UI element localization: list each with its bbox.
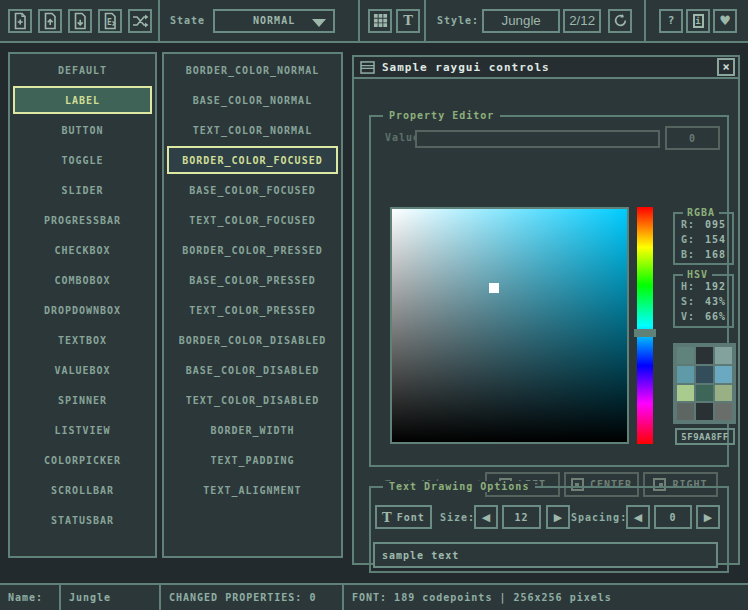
control-list-item[interactable]: SPINNER [13, 386, 152, 414]
toolbar: E State NORMAL T Style: Jungle 2/12 [0, 0, 748, 43]
property-list-item[interactable]: TEXT_COLOR_DISABLED [167, 386, 338, 414]
new-file-button[interactable] [8, 9, 32, 33]
control-list-item[interactable]: VALUEBOX [13, 356, 152, 384]
random-style-button[interactable] [128, 9, 152, 33]
hex-color-value: 5F9AA8FF [681, 432, 728, 442]
style-table-button[interactable] [368, 9, 392, 33]
color-cursor[interactable] [489, 283, 499, 293]
property-list-item[interactable]: BASE_COLOR_DISABLED [167, 356, 338, 384]
control-list-item[interactable]: CHECKBOX [13, 236, 152, 264]
property-list-item[interactable]: BASE_COLOR_PRESSED [167, 266, 338, 294]
control-list-item[interactable]: LABEL [13, 86, 152, 114]
control-list-item[interactable]: COLORPICKER [13, 446, 152, 474]
size-value-box[interactable]: 12 [502, 505, 541, 529]
close-button[interactable]: × [717, 58, 735, 76]
export-file-button[interactable]: E [98, 9, 122, 33]
control-list-item[interactable]: DROPDOWNBOX [13, 296, 152, 324]
property-list-item[interactable]: TEXT_ALIGNMENT [167, 476, 338, 504]
color-swatch[interactable] [715, 403, 732, 420]
property-list-item[interactable]: BORDER_COLOR_PRESSED [167, 236, 338, 264]
control-list-item[interactable]: COMBOBOX [13, 266, 152, 294]
spacing-decrease-button[interactable]: ◀ [626, 505, 650, 529]
color-swatch[interactable] [677, 385, 694, 402]
state-label: State [170, 15, 205, 26]
value-apply-button[interactable]: 0 [665, 126, 720, 150]
font-button[interactable]: T Font [375, 505, 432, 529]
property-list-item[interactable]: TEXT_COLOR_NORMAL [167, 116, 338, 144]
properties-panel: BORDER_COLOR_NORMALBASE_COLOR_NORMALTEXT… [162, 52, 343, 558]
spacing-increase-button[interactable]: ▶ [696, 505, 720, 529]
color-swatch[interactable] [696, 403, 713, 420]
control-list-item[interactable]: BUTTON [13, 116, 152, 144]
property-list-item[interactable]: BASE_COLOR_NORMAL [167, 86, 338, 114]
control-list-item[interactable]: DEFAULT [13, 56, 152, 84]
property-list-item[interactable]: BORDER_COLOR_DISABLED [167, 326, 338, 354]
control-list-item[interactable]: SLIDER [13, 176, 152, 204]
color-swatch[interactable] [715, 347, 732, 364]
value-input[interactable] [415, 130, 660, 148]
grid-icon [373, 13, 388, 28]
control-list-item[interactable]: PROGRESSBAR [13, 206, 152, 234]
control-list-item[interactable]: SCROLLBAR [13, 476, 152, 504]
property-list-item[interactable]: BASE_COLOR_FOCUSED [167, 176, 338, 204]
property-list-item[interactable]: TEXT_COLOR_FOCUSED [167, 206, 338, 234]
color-swatch[interactable] [696, 366, 713, 383]
controls-panel: DEFAULTLABELBUTTONTOGGLESLIDERPROGRESSBA… [8, 52, 157, 558]
state-dropdown[interactable]: NORMAL [213, 9, 335, 33]
status-font-cell: FONT: 189 codepoints | 256x256 pixels [344, 585, 748, 610]
color-swatch[interactable] [715, 385, 732, 402]
control-list-item[interactable]: TOGGLE [13, 146, 152, 174]
color-swatch[interactable] [677, 366, 694, 383]
style-name-button[interactable]: Jungle [482, 9, 560, 33]
help-button[interactable]: ? [659, 9, 683, 33]
open-file-icon [41, 12, 59, 30]
size-decrease-button[interactable]: ◀ [474, 505, 498, 529]
color-swatch[interactable] [696, 347, 713, 364]
hue-bar[interactable] [637, 207, 653, 444]
value-apply-label: 0 [689, 133, 696, 144]
hue-handle[interactable] [634, 329, 656, 337]
control-list-item[interactable]: STATUSBAR [13, 506, 152, 534]
info-button[interactable]: i [686, 9, 710, 33]
sample-text-value: sample text [382, 550, 459, 561]
toolbar-style-section: Style: Jungle 2/12 [426, 0, 646, 41]
style-label: Style: [437, 15, 479, 26]
hsv-title: HSV [683, 269, 712, 280]
style-counter-button[interactable]: 2/12 [563, 9, 601, 33]
font-editor-button[interactable]: T [396, 9, 420, 33]
color-panel[interactable] [390, 207, 629, 444]
sponsor-button[interactable]: ♥ [713, 9, 737, 33]
open-file-button[interactable] [38, 9, 62, 33]
property-list-item[interactable]: BORDER_COLOR_NORMAL [167, 56, 338, 84]
statusbar: Name: Jungle CHANGED PROPERTIES: 0 FONT:… [0, 583, 748, 610]
size-value: 12 [514, 512, 528, 523]
window-titlebar[interactable]: Sample raygui controls × [354, 57, 738, 79]
control-list-item[interactable]: TEXTBOX [13, 326, 152, 354]
status-changed-cell: CHANGED PROPERTIES: 0 [161, 585, 344, 610]
color-swatch[interactable] [696, 385, 713, 402]
size-label: Size: [440, 512, 475, 523]
status-name-label: Name: [8, 592, 43, 603]
property-list-item[interactable]: BORDER_COLOR_FOCUSED [167, 146, 338, 174]
status-changed-text: CHANGED PROPERTIES: 0 [169, 592, 316, 603]
color-swatch[interactable] [677, 347, 694, 364]
size-increase-button[interactable]: ▶ [546, 505, 570, 529]
reload-style-button[interactable] [608, 9, 632, 33]
text-tool-icon: T [403, 14, 413, 27]
save-file-button[interactable] [68, 9, 92, 33]
hex-color-input[interactable]: 5F9AA8FF [675, 428, 735, 445]
sample-window: Sample raygui controls × Property Editor… [352, 55, 740, 565]
spacing-value-box[interactable]: 0 [654, 505, 692, 529]
properties-list: BORDER_COLOR_NORMALBASE_COLOR_NORMALTEXT… [164, 54, 341, 504]
color-swatch[interactable] [677, 403, 694, 420]
control-list-item[interactable]: LISTVIEW [13, 416, 152, 444]
color-swatch[interactable] [715, 366, 732, 383]
save-file-icon [71, 12, 89, 30]
style-counter-value: 2/12 [569, 13, 595, 28]
property-list-item[interactable]: BORDER_WIDTH [167, 416, 338, 444]
property-list-item[interactable]: TEXT_PADDING [167, 446, 338, 474]
rgba-group: RGBA R:095G:154B:168 [673, 212, 734, 265]
property-list-item[interactable]: TEXT_COLOR_PRESSED [167, 296, 338, 324]
font-button-label: Font [397, 512, 425, 523]
sample-text-input[interactable]: sample text [373, 542, 718, 568]
